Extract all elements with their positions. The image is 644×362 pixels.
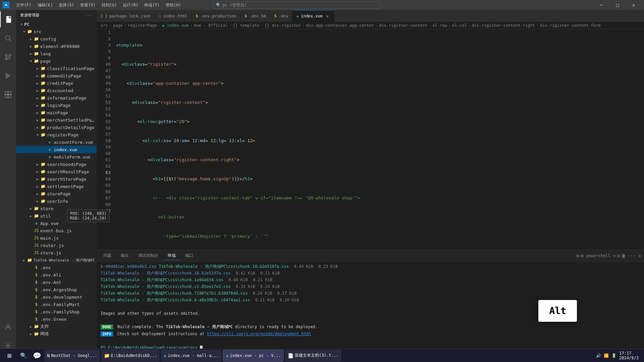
tree-item-tiktok[interactable]: ▶ 📁 TikTok-Wholesale - 用户商域PC <box>16 256 97 264</box>
arrow-icon: ▶ <box>35 117 40 123</box>
tree-item-env-argos[interactable]: $ .env.ArgosShop <box>16 286 97 293</box>
spacer <box>42 139 47 145</box>
taskbar-vscode2[interactable]: ◈ index.vue - pc - V... <box>223 350 284 362</box>
terminal-icon[interactable]: + <box>613 253 615 258</box>
panel-layout-icon[interactable]: ⊟ <box>576 253 579 258</box>
search-activity-icon[interactable] <box>0 30 16 46</box>
deployment-link[interactable]: https://cli.vuejs.org/guide/deployment.h… <box>207 331 311 336</box>
panel-tab-terminal[interactable]: 终端 <box>164 251 180 260</box>
tree-item-accountForm[interactable]: ◈ accountForm.vue <box>16 138 97 146</box>
tree-item-searchResultPage[interactable]: ▶ 📁 searchResultPage <box>16 168 97 175</box>
tree-item-merchantSettledPage[interactable]: ▶ 📁 merchantSettledPage <box>16 116 97 124</box>
tree-item-productDetailsPage[interactable]: ▶ 📁 productDetailsPage <box>16 124 97 131</box>
tab-env-production[interactable]: $ .env.production <box>192 10 241 22</box>
explorer-activity-icon[interactable] <box>0 11 16 27</box>
tab-env[interactable]: $ .env <box>270 10 293 22</box>
menu-edit[interactable]: 编辑(E) <box>35 2 56 9</box>
tree-item-util[interactable]: ▶ 📁 util <box>16 212 97 220</box>
taskbar-vscode1[interactable]: ◈ index.vue - mall-a... <box>161 350 221 362</box>
arrow-icon: ▶ <box>35 110 40 115</box>
tab-index-vue[interactable]: ◈ index.vue ✕ <box>292 10 334 22</box>
account-activity-icon[interactable] <box>0 319 16 335</box>
taskbar-explorer[interactable]: 📁 E:\BaiduNetdiskD... <box>101 350 160 362</box>
menu-goto[interactable]: 转到(G) <box>99 2 120 9</box>
arrow-icon: ▶ <box>35 191 40 196</box>
tree-item-page[interactable]: ▼ 📁 page <box>16 57 97 65</box>
tree-item-env-familyshop[interactable]: $ .env.FamilyShop <box>16 308 97 315</box>
tree-item-src[interactable]: ▼ 📁 src <box>16 28 97 35</box>
tree-item-creditPage[interactable]: ▶ 📁 creditPage <box>16 79 97 87</box>
panel-close-button[interactable]: ✕ <box>639 253 641 258</box>
tree-root-pc[interactable]: ▼ PC <box>16 20 97 28</box>
maximize-button[interactable]: □ <box>610 0 625 10</box>
panel-tab-output[interactable]: 输出 <box>117 251 133 260</box>
taskbar-notepad[interactable]: 📄 新建文本文档(3).t... <box>285 350 341 362</box>
tree-item-loginPage[interactable]: ▶ 📁 loginPage <box>16 102 97 109</box>
arrow-icon: ▼ <box>21 29 27 34</box>
tab-close-button[interactable]: ✕ <box>325 13 330 19</box>
tab-package-lock[interactable]: { } package-lock.json <box>97 10 155 22</box>
run-debug-activity-icon[interactable] <box>0 68 16 84</box>
tree-item-searchGoodsPage[interactable]: ▶ 📁 searchGoodsPage <box>16 161 97 168</box>
terminal-split-icon[interactable]: ⊟ <box>617 253 620 258</box>
source-control-activity-icon[interactable] <box>0 49 16 65</box>
tab-env-sm[interactable]: $ .env.Sm <box>241 10 270 22</box>
menu-file[interactable]: 文件(F) <box>13 2 34 9</box>
tree-item-lang[interactable]: ▶ 📁 lang <box>16 50 97 57</box>
folder-icon: 📁 <box>34 51 39 56</box>
tree-item-env-dev[interactable]: $ .env.development <box>16 293 97 301</box>
tree-item-event-bus[interactable]: JS event-bus.js <box>16 227 97 234</box>
tree-item-env-ant[interactable]: $ .env.Ant <box>16 279 97 286</box>
extensions-activity-icon[interactable] <box>0 86 16 103</box>
terminal-more-icon[interactable]: ··· <box>627 253 636 258</box>
menu-run[interactable]: 运行(R) <box>120 2 141 9</box>
menu-select[interactable]: 选择(S) <box>56 2 77 9</box>
tree-item-classificationPage[interactable]: ▶ 📁 classificationPage <box>16 65 97 72</box>
code-content[interactable]: <template> <div class="rigister"> <div c… <box>113 29 644 250</box>
title-search[interactable]: 🔍 pc (管理员) <box>213 1 381 9</box>
windows-start-button[interactable]: ⊞ <box>3 350 16 362</box>
tree-item-element[interactable]: ▶ 📁 element-#F89900 <box>16 43 97 50</box>
tree-item-commodityPage[interactable]: ▶ 📁 commodityPage <box>16 72 97 79</box>
tree-item-informationPage[interactable]: ▶ 📁 informationPage <box>16 94 97 102</box>
tree-item-registerPage[interactable]: ▼ 📁 registerPage <box>16 131 97 138</box>
tree-item-env[interactable]: $ .env <box>16 264 97 271</box>
tree-item-router-js[interactable]: JS router.js <box>16 242 97 249</box>
menu-view[interactable]: 查看(V) <box>77 2 98 9</box>
tree-label: mainPage <box>47 110 97 115</box>
tree-item-searchStorePage[interactable]: ▶ 📁 searchStorePage <box>16 175 97 183</box>
tree-item-config[interactable]: ▶ 📁 config <box>16 35 97 43</box>
menu-terminal[interactable]: 终端(T) <box>142 2 162 9</box>
tree-item-app-vue[interactable]: ◈ App.vue <box>16 220 97 227</box>
menu-help[interactable]: 帮助(H) <box>163 2 184 9</box>
panel-split-icon[interactable]: ⊞ <box>581 253 583 258</box>
close-button[interactable]: ✕ <box>626 0 641 10</box>
tree-item-settlementPage[interactable]: ▶ 📁 settlementPage <box>16 183 97 190</box>
tree-item-env-ali[interactable]: $ .env.Ali <box>16 271 97 279</box>
tree-item-env-familymart[interactable]: $ .env.FamilyMart <box>16 301 97 308</box>
tree-item-discounted[interactable]: ▶ 📁 discounted <box>16 87 97 94</box>
tree-item-store-js[interactable]: JS store.js <box>16 249 97 256</box>
tree-item-main-js[interactable]: JS main.js <box>16 234 97 242</box>
tree-item-mobileForm[interactable]: ◈ mobileForm.vue <box>16 153 97 161</box>
taskbar-search-icon[interactable]: 🔍 <box>17 350 30 362</box>
tree-item-mainPage[interactable]: ▶ 📁 mainPage <box>16 109 97 116</box>
taskbar-nextchat[interactable]: N NextChat - Googl... <box>44 350 100 362</box>
panel-tab-ports[interactable]: 端口 <box>181 251 197 260</box>
panel-tab-debug[interactable]: 调试控制台 <box>134 251 162 260</box>
panel-tab-problems[interactable]: 问题 <box>99 251 115 260</box>
tree-item-taizhao[interactable]: ▶ 📁 太炸 <box>16 323 97 330</box>
code-editor[interactable]: 1 2 3 5 6 46 47 48 49 50 51 52 53 54 55 … <box>97 29 644 250</box>
minimize-button[interactable]: ─ <box>594 0 609 10</box>
sidebar-more-icon[interactable]: ··· <box>86 13 93 17</box>
tree-item-index-vue[interactable]: ◈ index.vue <box>16 146 97 153</box>
tree-item-userInfo[interactable]: ▶ 📁 userInfo <box>16 197 97 205</box>
tree-item-store[interactable]: ▶ 📁 store <box>16 205 97 212</box>
terminal-trash-icon[interactable]: 🗑 <box>621 253 626 258</box>
tab-index-html[interactable]: ◇ index.html <box>155 10 192 22</box>
tree-item-wangluo[interactable]: ▶ 📁 网络 <box>16 330 97 338</box>
taskbar-wechat[interactable]: 💬 <box>31 350 43 362</box>
tree-item-env-green[interactable]: $ .env.Green <box>16 315 97 323</box>
tree-item-storePage[interactable]: ▶ 📁 storePage <box>16 190 97 197</box>
tree-label: classificationPage <box>47 66 97 71</box>
